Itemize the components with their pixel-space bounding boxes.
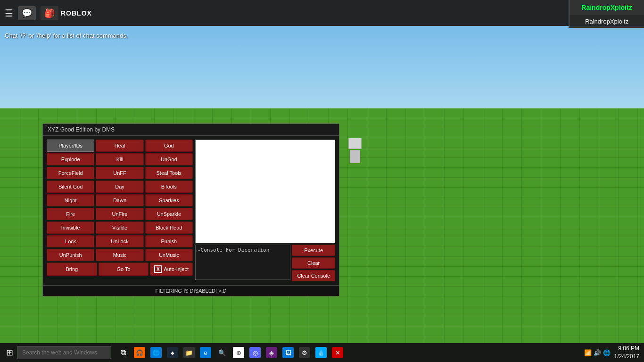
app-icon-3[interactable]: 📁 [182,346,196,360]
search-input[interactable] [17,346,111,359]
console-input[interactable] [195,245,290,280]
music-button[interactable]: Music [96,249,143,261]
ungod-button[interactable]: UnGod [145,153,193,165]
steam-icon: ♠ [167,347,178,358]
system-tray: 📶 🔊 🌐 9:06 PM 1/24/2017 [579,345,644,361]
red-app-icon: ✕ [332,347,343,358]
browser-icon: 🌐 [150,347,162,358]
volume-icon[interactable]: 🔊 [594,349,601,356]
app-title: ROBLOX [61,9,92,17]
x-checkbox: X [154,265,162,273]
lock-button[interactable]: Lock [47,235,94,247]
heal-button[interactable]: Heal [96,140,143,152]
day-button[interactable]: Day [96,181,143,193]
panel-content: Player/IDs Heal God Explode Kill UnGod F… [43,136,339,285]
app-icon-steam[interactable]: ♠ [165,346,180,360]
roblox-character [348,138,362,166]
app-icon-chrome[interactable]: ⊕ [231,346,246,360]
exploit-panel: XYZ Good Edition by DMS Player/IDs Heal … [42,123,339,296]
steal-tools-button[interactable]: Steal Tools [145,167,193,179]
goto-button[interactable]: Go To [99,263,149,276]
forcefield-button[interactable]: ForceField [47,167,94,179]
bring-button[interactable]: Bring [47,263,97,276]
app-icon-red[interactable]: ✕ [330,346,345,360]
edge-icon: e [200,347,211,358]
auto-inject-button[interactable]: X Auto-Inject [150,263,193,276]
folder-icon: 📁 [183,347,195,358]
punish-button[interactable]: Punish [145,235,193,247]
unff-button[interactable]: UnFF [96,167,143,179]
clock-time: 9:06 PM [614,345,639,353]
player-name-sub: RaindropXploitz [569,15,644,28]
btn-grid: Player/IDs Heal God Explode Kill UnGod F… [47,140,193,261]
photos-icon: 🖼 [282,347,294,358]
search-icon: 🔍 [216,347,228,358]
right-section: Execute Clear Clear Console [195,140,335,281]
start-button[interactable]: ⊞ [2,345,17,360]
wifi-icon[interactable]: 📶 [584,349,592,356]
panel-titlebar: XYZ Good Edition by DMS [43,124,339,136]
script-display[interactable] [195,140,335,243]
chat-hint: Chat '/?' or '/help' for a list of chat … [5,32,128,39]
console-buttons: Execute Clear Clear Console [292,245,335,281]
app-icon-6[interactable]: ⚙ [297,346,312,360]
headphones-icon: 🎧 [134,347,145,358]
clear-console-button[interactable]: Clear Console [292,270,335,281]
vs-icon: ◈ [266,347,277,358]
app-icon-4[interactable]: e [198,346,213,360]
app-icon-discord[interactable]: ◎ [248,346,262,360]
clock-date: 1/24/2017 [614,353,639,361]
dawn-button[interactable]: Dawn [96,194,143,206]
auto-inject-label: Auto-Inject [164,266,189,272]
app-icon-5[interactable]: 🔍 [215,346,229,360]
water-icon: 💧 [315,347,327,358]
clock: 9:06 PM 1/24/2017 [614,345,639,361]
app-icon-2[interactable]: 🌐 [149,346,163,360]
network-icon[interactable]: 🌐 [603,349,611,356]
app-icon-vs[interactable]: ◈ [264,346,279,360]
settings-icon: ⚙ [299,347,310,358]
char-head [348,138,362,149]
app-icon-1[interactable]: 🎧 [132,346,147,360]
taskbar-icons: ⧉ 🎧 🌐 ♠ 📁 e 🔍 ⊕ ◎ ◈ 🖼 [116,346,345,360]
app-icon-water[interactable]: 💧 [314,346,328,360]
night-button[interactable]: Night [47,194,94,206]
god-button[interactable]: God [145,140,193,152]
block-head-button[interactable]: Block Head [145,222,193,234]
backpack-icon[interactable]: 🎒 [41,6,58,20]
unsparkle-button[interactable]: UnSparkle [145,208,193,220]
visible-button[interactable]: Visible [96,222,143,234]
clear-button[interactable]: Clear [292,257,335,269]
player-name-display: RaindropXploitz [569,0,644,15]
execute-button[interactable]: Execute [292,245,335,256]
console-area: Execute Clear Clear Console [195,245,335,281]
fire-button[interactable]: Fire [47,208,94,220]
unpunish-button[interactable]: UnPunish [47,249,94,261]
menu-icon[interactable]: ☰ [5,8,13,19]
unmusic-button[interactable]: UnMusic [145,249,193,261]
char-body [350,150,360,163]
bottom-row: Bring Go To X Auto-Inject [47,263,193,276]
topbar: ☰ 💬 🎒 ROBLOX RaindropXploitz RaindropXpl… [0,0,644,26]
unfire-button[interactable]: UnFire [96,208,143,220]
chrome-icon: ⊕ [233,347,244,358]
tray-icons: 📶 🔊 🌐 [584,349,611,356]
player-info: RaindropXploitz RaindropXploitz [569,0,644,28]
taskbar: ⊞ ⧉ 🎧 🌐 ♠ 📁 e 🔍 ⊕ ◎ ◈ [0,343,644,362]
invisible-button[interactable]: Invisible [47,222,94,234]
task-view-icon[interactable]: ⧉ [116,346,130,360]
silent-god-button[interactable]: Silent God [47,181,94,193]
sparkles-button[interactable]: Sparkles [145,194,193,206]
explode-button[interactable]: Explode [47,153,94,165]
btools-button[interactable]: BTools [145,181,193,193]
chat-icon[interactable]: 💬 [18,6,36,20]
player-ids-button[interactable]: Player/IDs [47,140,94,152]
buttons-section: Player/IDs Heal God Explode Kill UnGod F… [47,140,193,281]
discord-icon: ◎ [249,347,261,358]
status-bar: FILTERING IS DISABLED! >:D [43,285,339,296]
app-icon-photos[interactable]: 🖼 [281,346,295,360]
unlock-button[interactable]: UnLock [96,235,143,247]
kill-button[interactable]: Kill [96,153,143,165]
